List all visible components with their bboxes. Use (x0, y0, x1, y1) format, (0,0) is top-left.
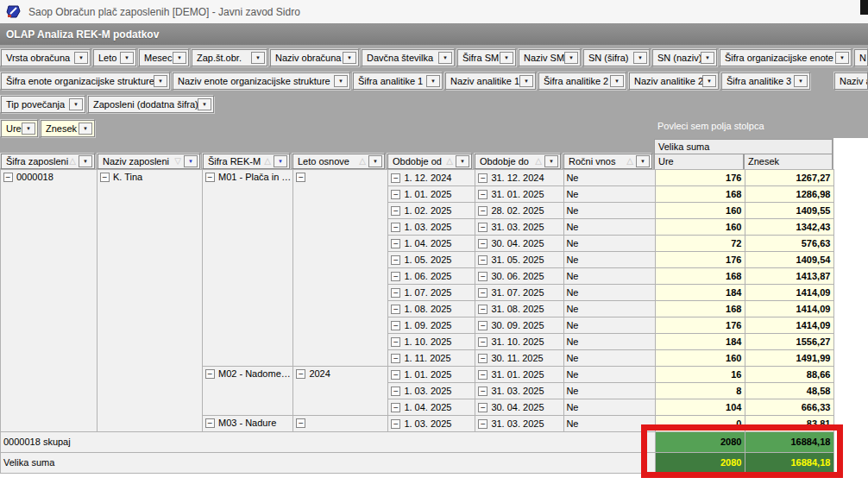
filter-field-sn-naziv[interactable]: SN (naziv)▼ (652, 49, 717, 66)
collapse-icon[interactable]: − (478, 272, 487, 281)
collapse-icon[interactable]: − (478, 305, 487, 314)
collapse-icon[interactable]: − (478, 370, 487, 380)
dropdown-arrow-icon[interactable]: ▼ (173, 52, 186, 64)
dropdown-arrow-icon[interactable]: ▼ (251, 52, 265, 64)
filter-field-sifra-enote-organizacijske-strukture[interactable]: Šifra enote organizacijske strukture▼ (1, 72, 170, 90)
filter-field-n[interactable]: N (854, 49, 868, 66)
collapse-icon[interactable]: − (478, 223, 487, 232)
dropdown-arrow-icon[interactable]: ▼ (519, 75, 533, 87)
collapse-icon[interactable]: − (3, 173, 13, 182)
collapse-icon[interactable]: − (391, 272, 400, 281)
dropdown-arrow-icon[interactable]: ▼ (701, 52, 714, 64)
filter-field-sifra-analitike-2[interactable]: Šifra analitike 2▼ (538, 72, 626, 90)
data-field-znesek[interactable]: Znesek▼ (41, 120, 95, 137)
collapse-icon[interactable]: − (391, 223, 400, 232)
filter-field-zaposleni-dodatna-sifra[interactable]: Zaposleni (dodatna šifra)▼ (88, 96, 214, 113)
dropdown-arrow-icon[interactable]: ▼ (544, 155, 558, 167)
collapse-icon[interactable]: − (478, 206, 487, 216)
collapse-icon[interactable]: − (478, 403, 487, 412)
collapse-icon[interactable]: − (391, 419, 400, 429)
filter-field-naziv-sm[interactable]: Naziv SM▼ (519, 49, 581, 66)
filter-field-zap-st-obr[interactable]: Zap.št.obr.▼ (192, 49, 267, 66)
dropdown-arrow-icon[interactable]: ▼ (334, 75, 348, 87)
filter-field-naziv-enote-organizacijske-strukture[interactable]: Naziv enote organizacijske strukture▼ (173, 72, 350, 90)
collapse-icon[interactable]: − (391, 354, 400, 363)
filter-field-naziv-anal[interactable]: Naziv anal (834, 72, 868, 90)
filter-field-naziv-analitike-2[interactable]: Naziv analitike 2▼ (629, 72, 719, 90)
row-field-obdobje-do[interactable]: Obdobje do△▼ (475, 154, 561, 169)
dropdown-arrow-icon[interactable]: ▼ (636, 155, 650, 167)
dropdown-arrow-icon[interactable]: ▼ (610, 75, 624, 87)
dropdown-arrow-icon[interactable]: ▼ (198, 98, 211, 110)
filter-field-sifra-sm[interactable]: Šifra SM▼ (457, 49, 516, 66)
collapse-icon[interactable]: − (478, 239, 487, 248)
collapse-icon[interactable]: − (296, 418, 305, 428)
filter-field-davcna-stevilka[interactable]: Davčna številka▼ (362, 49, 455, 66)
collapse-icon[interactable]: − (391, 387, 400, 396)
row-field-leto-osnove[interactable]: Leto osnove△▼ (292, 154, 385, 169)
collapse-icon[interactable]: − (478, 173, 487, 183)
row-field-sifra-rek-m[interactable]: Šifra REK-M△▼ (203, 154, 290, 169)
filter-field-mesec[interactable]: Mesec▼ (139, 49, 189, 66)
filter-field-naziv-obracuna[interactable]: Naziv obračuna▼ (270, 49, 359, 66)
collapse-icon[interactable]: − (391, 206, 400, 216)
dropdown-arrow-icon[interactable]: ▼ (343, 52, 356, 64)
filter-field-leto[interactable]: Leto▼ (93, 49, 136, 66)
collapse-icon[interactable]: − (391, 305, 400, 314)
collapse-icon[interactable]: − (205, 369, 215, 379)
dropdown-arrow-icon[interactable]: ▼ (702, 75, 716, 87)
dropdown-arrow-icon[interactable]: ▼ (426, 75, 440, 87)
collapse-icon[interactable]: − (478, 288, 487, 298)
dropdown-arrow-icon[interactable]: ▼ (79, 123, 92, 135)
collapse-icon[interactable]: − (391, 190, 400, 199)
dropdown-arrow-icon[interactable]: ▼ (456, 155, 469, 167)
filter-field-sifra-organizacijske-enote[interactable]: Šifra organizacijske enote▼ (720, 49, 852, 66)
collapse-icon[interactable]: − (391, 288, 400, 298)
dropdown-arrow-icon[interactable]: ▼ (79, 155, 92, 167)
dropdown-arrow-icon[interactable]: ▼ (835, 52, 849, 64)
filter-field-sn-sifra[interactable]: SN (šifra)▼ (583, 49, 650, 66)
collapse-icon[interactable]: − (205, 173, 215, 182)
collapse-icon[interactable]: − (100, 173, 110, 182)
dropdown-arrow-icon[interactable]: ▼ (633, 52, 647, 64)
filter-field-tip-povecanja[interactable]: Tip povečanja▼ (1, 96, 85, 113)
collapse-icon[interactable]: − (391, 370, 400, 380)
collapse-icon[interactable]: − (391, 403, 400, 412)
dropdown-arrow-icon[interactable]: ▼ (69, 98, 83, 110)
row-field-rocni-vnos[interactable]: Ročni vnos△▼ (563, 154, 652, 169)
data-field-ure[interactable]: Ure▼ (1, 120, 38, 137)
collapse-icon[interactable]: − (391, 255, 400, 265)
filter-field-sifra-analitike-3[interactable]: Šifra analitike 3▼ (721, 72, 810, 90)
collapse-icon[interactable]: − (391, 173, 400, 183)
collapse-icon[interactable]: − (296, 369, 305, 379)
dropdown-arrow-icon[interactable]: ▼ (74, 52, 88, 64)
filter-field-vrsta-obracuna[interactable]: Vrsta obračuna▼ (1, 49, 91, 66)
row-field-obdobje-od[interactable]: Obdobje od△▼ (387, 154, 472, 169)
filter-field-sifra-analitike-1[interactable]: Šifra analitike 1▼ (353, 72, 443, 90)
collapse-icon[interactable]: − (296, 173, 305, 182)
dropdown-arrow-icon[interactable]: ▼ (438, 52, 452, 64)
collapse-icon[interactable]: − (478, 321, 487, 330)
dropdown-arrow-icon[interactable]: ▼ (500, 52, 513, 64)
row-field-sifra-zaposleni[interactable]: Šifra zaposleni△▼ (1, 154, 95, 169)
collapse-icon[interactable]: − (205, 418, 215, 428)
collapse-icon[interactable]: − (478, 419, 487, 429)
collapse-icon[interactable]: − (391, 239, 400, 248)
collapse-icon[interactable]: − (478, 387, 487, 396)
row-field-naziv-zaposleni[interactable]: Naziv zaposleni▽▼ (97, 154, 200, 169)
dropdown-arrow-icon[interactable]: ▼ (120, 52, 134, 64)
dropdown-arrow-icon[interactable]: ▼ (154, 75, 167, 87)
dropdown-arrow-icon[interactable]: ▼ (184, 155, 198, 167)
collapse-icon[interactable]: − (478, 337, 487, 347)
dropdown-arrow-icon[interactable]: ▼ (368, 155, 382, 167)
dropdown-arrow-icon[interactable]: ▼ (22, 123, 35, 135)
collapse-icon[interactable]: − (478, 354, 487, 363)
dropdown-arrow-icon[interactable]: ▼ (794, 75, 808, 87)
dropdown-arrow-icon[interactable]: ▼ (564, 52, 578, 64)
collapse-icon[interactable]: − (391, 321, 400, 330)
collapse-icon[interactable]: − (391, 337, 400, 347)
collapse-icon[interactable]: − (478, 190, 487, 199)
collapse-icon[interactable]: − (478, 255, 487, 265)
dropdown-arrow-icon[interactable]: ▼ (274, 155, 287, 167)
filter-field-naziv-analitike-1[interactable]: Naziv analitike 1▼ (445, 72, 536, 90)
